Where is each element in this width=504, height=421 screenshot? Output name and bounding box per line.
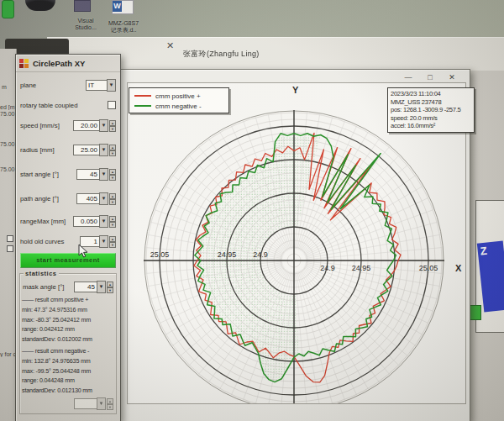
rangemax-row: rangeMax [mm] 0.050 ▼ ▲▼: [16, 215, 120, 228]
stat-line: range: 0.042412 mm: [22, 324, 114, 334]
chevron-down-icon[interactable]: ▼: [99, 192, 108, 205]
x-axis-label: X: [455, 263, 462, 273]
visual-studio-icon[interactable]: [74, 0, 91, 12]
radius-row: radius [mm] 25.00 ▼ ▲▼: [16, 144, 120, 156]
chevron-down-icon[interactable]: ▼: [99, 168, 108, 181]
stat-line: min: 132.8° 24.976635 mm: [22, 356, 114, 366]
plot-legend: cmm positive + cmm negative -: [129, 87, 229, 113]
start-measurement-button[interactable]: start measurement: [20, 253, 116, 268]
legend-item: cmm positive +: [134, 91, 225, 101]
legend-swatch-positive: [134, 95, 151, 97]
plane-row: plane IT ▼: [16, 79, 120, 92]
mask-angle-row: mask angle [°] 45 ▼ ▲▼: [22, 281, 114, 293]
mask-angle-input[interactable]: 45: [74, 282, 97, 292]
plot-window: — □ ✕ 25.0525.0524.9524.9524.924.9YX cmm…: [119, 69, 470, 421]
hold-curves-label: hold old curves: [20, 238, 64, 245]
radius-label: radius [mm]: [20, 146, 55, 154]
ring-label: 24.95: [352, 264, 371, 272]
word-letter: W: [113, 1, 122, 12]
statistics-group-label: statistics: [24, 270, 59, 277]
ring-label: 24.9: [253, 250, 268, 259]
speed-label: speed [mm/s]: [20, 122, 60, 129]
clipped-stepper[interactable]: ▲▼: [107, 398, 113, 409]
clipped-input[interactable]: [74, 398, 97, 409]
chat-close-icon[interactable]: ✕: [166, 40, 174, 51]
chat-window-title: 张富玲(Zhangfu Ling): [183, 49, 260, 60]
word-icon[interactable]: W: [112, 0, 134, 14]
chevron-down-icon[interactable]: ▼: [99, 215, 108, 228]
ring-label: 25.05: [419, 264, 438, 272]
word-doc-label: MMZ-G8S7 记录表.d..: [104, 20, 143, 34]
legend-label: cmm negative -: [155, 103, 202, 110]
stat-line: min: 47.3° 24.975316 mm: [22, 305, 114, 315]
background-left-panel: m ed [m 75.00 75.00 75.00 y for cr: [0, 49, 17, 421]
stat-line: range: 0.044248 mm: [22, 376, 114, 386]
hold-curves-row: hold old curves 1 ▼ ▲▼: [16, 235, 120, 248]
path-angle-label: path angle [°]: [20, 195, 59, 203]
speed-row: speed [mm/s] 20.00 ▼ ▲▼: [16, 119, 120, 132]
chevron-down-icon[interactable]: ▼: [97, 397, 106, 410]
ring-label: 24.95: [218, 250, 237, 259]
chevron-down-icon[interactable]: ▼: [99, 119, 108, 132]
dialog-title-bar[interactable]: CirclePath XY: [16, 55, 120, 72]
radius-input[interactable]: 25.00: [73, 145, 99, 155]
stat-line: max: -80.3° 25.042412 mm: [22, 315, 114, 325]
legend-label: cmm positive +: [155, 92, 201, 100]
start-angle-stepper[interactable]: ▲▼: [109, 169, 116, 180]
info-accel: accel: 16.0mm/s²: [391, 122, 471, 130]
plane-select[interactable]: IT: [86, 80, 107, 91]
start-angle-input[interactable]: 45: [76, 169, 99, 180]
visual-studio-label: Visual Studio...: [67, 18, 104, 31]
start-angle-label: start angle [°]: [20, 171, 59, 178]
stat-line: max: -99.5° 25.044248 mm: [22, 366, 114, 376]
plane-label: plane: [20, 82, 36, 89]
info-machine: MMZ_USS 237478: [391, 98, 471, 107]
rangemax-label: rangeMax [mm]: [20, 218, 66, 225]
chevron-down-icon[interactable]: ▼: [99, 235, 108, 248]
radius-stepper[interactable]: ▲▼: [109, 145, 116, 155]
rangemax-stepper[interactable]: ▲▼: [109, 216, 116, 227]
chevron-down-icon[interactable]: ▼: [107, 79, 116, 92]
left-panel-fragment: ed [m: [0, 104, 15, 110]
speed-input[interactable]: 20.00: [73, 120, 99, 131]
path-angle-stepper[interactable]: ▲▼: [109, 193, 116, 204]
dialog-title: CirclePath XY: [33, 59, 85, 68]
rangemax-input[interactable]: 0.050: [73, 216, 99, 227]
left-panel-value: 75.00: [0, 141, 16, 147]
background-checkbox[interactable]: [7, 245, 13, 252]
legend-item: cmm negative -: [134, 101, 225, 111]
circlepath-app-icon: [19, 59, 29, 68]
left-panel-fragment: m: [2, 84, 7, 90]
left-panel-value: 75.00: [0, 111, 16, 117]
info-speed: speed: 20.0 mm/s: [391, 114, 471, 123]
stat-line: —— result cmm positive +: [22, 293, 114, 305]
left-panel-value: 75.00: [0, 166, 16, 172]
start-angle-row: start angle [°] 45 ▼ ▲▼: [16, 168, 120, 181]
path-angle-row: path angle [°] 405 ▼ ▲▼: [16, 192, 120, 205]
speed-stepper[interactable]: ▲▼: [109, 120, 116, 131]
stat-line: standardDev: 0.012002 mm: [22, 334, 114, 345]
hold-curves-stepper[interactable]: ▲▼: [109, 236, 116, 247]
status-info-box: 2023/3/23 11:10:04 MMZ_USS 237478 pos: 1…: [387, 87, 475, 133]
chevron-down-icon[interactable]: ▼: [99, 144, 108, 156]
app-logo-icon[interactable]: [25, 0, 55, 11]
mask-angle-stepper[interactable]: ▲▼: [107, 282, 113, 292]
stat-line: —— result cmm negative -: [22, 345, 114, 356]
legend-swatch-negative: [134, 105, 151, 107]
path-angle-input[interactable]: 405: [76, 193, 99, 204]
chevron-down-icon[interactable]: ▼: [97, 281, 106, 293]
background-checkbox[interactable]: [7, 235, 13, 242]
mask-angle-label: mask angle [°]: [23, 283, 65, 291]
ring-label: 24.9: [320, 264, 335, 272]
info-position: pos: 1268.1 -3009.9 -257.5: [391, 106, 471, 114]
circlepath-dialog: CirclePath XY plane IT ▼ rotary table co…: [15, 54, 121, 421]
rotary-table-checkbox[interactable]: [108, 101, 116, 109]
desktop-icon-green[interactable]: [2, 0, 14, 18]
info-timestamp: 2023/3/23 11:10:04: [391, 90, 471, 98]
rotary-row: rotary table coupled: [16, 101, 120, 109]
stat-line: standardDev: 0.012130 mm: [22, 386, 114, 396]
statistics-group: statistics mask angle [°] 45 ▼ ▲▼ —— res…: [19, 273, 117, 414]
ring-label: 25.05: [150, 250, 170, 259]
clipped-row: ▼ ▲▼: [22, 397, 114, 410]
mouse-cursor: [77, 244, 89, 259]
